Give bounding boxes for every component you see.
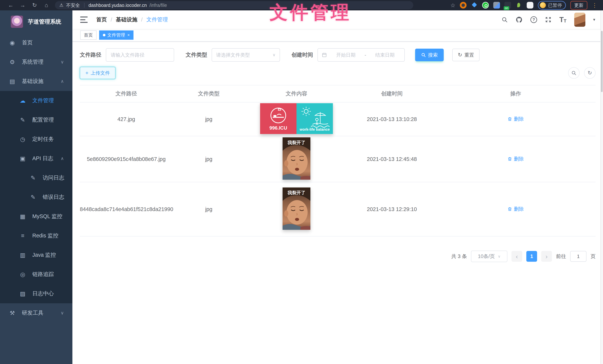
col-actions: 操作 (436, 85, 596, 102)
app-logo-row[interactable]: 芋道管理系统 (0, 10, 72, 33)
delete-button[interactable]: 删除 (507, 206, 524, 212)
cell-file-content: 996.ICU work-life balance (245, 102, 348, 136)
browser-forward-icon[interactable]: → (17, 0, 29, 10)
breadcrumb-home[interactable]: 首页 (96, 16, 107, 23)
refresh-table-button[interactable]: ↻ (584, 67, 596, 79)
sidebar-item-config-mgmt[interactable]: ✎ 配置管理 (0, 110, 72, 130)
sidebar-item-log-center[interactable]: ▨ 日志中心 (0, 284, 72, 303)
browser-home-icon[interactable]: ⌂ (40, 0, 52, 10)
tools-icon: ⚒ (8, 310, 16, 317)
sidebar-item-label: 日志中心 (32, 290, 54, 297)
file-path-label: 文件路径 (80, 51, 101, 59)
breadcrumb-infrastructure[interactable]: 基础设施 (116, 16, 137, 23)
sidebar-item-home[interactable]: ◉ 首页 (0, 33, 72, 52)
sidebar: 芋道管理系统 ◉ 首页 ⚙ 系统管理 ∨ ▤ 基础设施 ∧ ☁ 文件管理 ✎ 配… (0, 10, 72, 364)
extension-icon-puzzle[interactable] (527, 2, 533, 9)
sidebar-item-infrastructure[interactable]: ▤ 基础设施 ∧ (0, 72, 72, 91)
date-range-picker[interactable]: 开始日期 - 结束日期 (317, 48, 405, 62)
extension-icon-orange[interactable] (460, 2, 466, 9)
sidebar-item-scheduled-jobs[interactable]: ◷ 定时任务 (0, 130, 72, 149)
svg-text:work-life balance: work-life balance (300, 127, 330, 131)
sidebar-item-system-mgmt[interactable]: ⚙ 系统管理 ∨ (0, 52, 72, 72)
browser-update-button[interactable]: 更新 (570, 1, 587, 10)
sidebar-item-error-log[interactable]: ✎ 错误日志 (0, 187, 72, 207)
cell-actions: 删除 (436, 136, 596, 182)
search-icon[interactable] (501, 17, 508, 23)
file-thumbnail-996icu[interactable]: 996.ICU work-life balance (260, 103, 333, 134)
close-icon[interactable]: × (127, 33, 130, 37)
date-separator: - (365, 52, 366, 58)
sidebar-item-dev-tools[interactable]: ⚒ 研发工具 ∨ (0, 303, 72, 323)
end-date-placeholder: 结束日期 (369, 52, 401, 58)
trash-icon (507, 207, 512, 211)
monitor-icon: ▥ (19, 252, 27, 259)
file-type-select[interactable]: 请选择文件类型 ∨ (212, 48, 280, 62)
sidebar-item-access-log[interactable]: ✎ 访问日志 (0, 168, 72, 187)
file-path-input[interactable] (106, 48, 174, 62)
sidebar-item-redis-monitor[interactable]: ≡ Redis 监控 (0, 226, 72, 245)
upload-file-button[interactable]: + 上传文件 (80, 67, 116, 79)
browser-menu-icon[interactable]: ⋮ (592, 2, 598, 9)
cell-file-type: jpg (173, 102, 245, 136)
sidebar-item-mysql-monitor[interactable]: ▦ MySQL 监控 (0, 207, 72, 226)
svg-text:996.ICU: 996.ICU (269, 125, 287, 131)
sidebar-item-label: 定时任务 (32, 136, 54, 143)
user-avatar[interactable] (574, 13, 585, 27)
browser-reload-icon[interactable]: ↻ (29, 0, 40, 10)
help-icon[interactable]: ? (530, 16, 537, 23)
font-size-icon[interactable]: TT (559, 16, 567, 23)
page-content: 文件路径 文件类型 请选择文件类型 ∨ 创建时间 开始日期 - 结束日期 搜索 (72, 42, 603, 262)
extension-icon-grid[interactable] (493, 2, 500, 9)
browser-actions: ☆ on 已暂停 更新 ⋮ (450, 1, 598, 10)
extension-icon-blue-gem[interactable] (471, 2, 478, 9)
sidebar-item-tracing[interactable]: ◎ 链路追踪 (0, 265, 72, 284)
extension-on-badge: on (504, 6, 509, 10)
sidebar-item-label: 基础设施 (22, 78, 44, 85)
tag-file-mgmt[interactable]: 文件管理 × (99, 30, 133, 40)
page-number-1[interactable]: 1 (526, 251, 537, 262)
plus-icon: + (85, 70, 88, 76)
file-thumbnail-meme[interactable]: 我裂开了 (283, 187, 310, 230)
delete-button[interactable]: 删除 (507, 156, 524, 162)
caret-down-icon[interactable]: ▾ (593, 17, 595, 22)
goto-page-input[interactable] (570, 251, 586, 262)
dashboard-icon: ◉ (8, 39, 16, 46)
toggle-search-button[interactable] (568, 67, 580, 79)
github-icon[interactable] (516, 16, 523, 23)
page-size-select[interactable]: 10条/页 ∨ (471, 250, 507, 262)
address-bar[interactable]: ⚠ 不安全 dashboard.yudao.iocoder.cn/infra/f… (55, 1, 413, 9)
bookmark-star-icon[interactable]: ☆ (450, 2, 455, 9)
scrollbar-thumb[interactable] (601, 31, 603, 92)
sidebar-item-file-mgmt[interactable]: ☁ 文件管理 (0, 91, 72, 110)
prev-page-button[interactable]: ‹ (511, 251, 522, 262)
edit-icon: ✎ (29, 174, 37, 181)
fullscreen-icon[interactable] (545, 16, 552, 23)
browser-back-icon[interactable]: ← (5, 0, 17, 10)
delete-button[interactable]: 删除 (507, 116, 524, 122)
extension-icon-switch[interactable]: on (504, 2, 511, 9)
extension-icon-sprout[interactable] (516, 2, 522, 9)
next-page-button[interactable]: › (541, 251, 552, 262)
sidebar-item-api-log[interactable]: ▣ API 日志 ∧ (0, 149, 72, 168)
col-file-content: 文件内容 (245, 85, 348, 102)
sidebar-item-java-monitor[interactable]: ▥ Java 监控 (0, 245, 72, 265)
cell-file-type: jpg (173, 182, 245, 236)
active-dot (103, 34, 105, 36)
table-row: 5e8609290e915c4fa8b08e67.jpg jpg (80, 136, 596, 182)
sidebar-item-label: API 日志 (32, 155, 53, 162)
log-icon: ▨ (19, 290, 27, 297)
hamburger-icon[interactable] (80, 17, 88, 23)
create-time-label: 创建时间 (291, 51, 313, 59)
edit-icon: ✎ (29, 194, 37, 201)
search-button[interactable]: 搜索 (415, 49, 444, 61)
reset-button[interactable]: ↻ 重置 (452, 49, 480, 61)
scrollbar[interactable] (600, 10, 603, 364)
tag-home[interactable]: 首页 (80, 30, 96, 40)
warning-icon: ⚠ (59, 3, 63, 8)
files-table: 文件路径 文件类型 文件内容 创建时间 操作 427.jpg jpg (80, 85, 596, 237)
profile-paused-pill[interactable]: 已暂停 (538, 1, 566, 10)
file-thumbnail-meme[interactable]: 我裂开了 (283, 137, 310, 180)
table-row: 8448cada8c714e4ab61f521c8da21990 jpg (80, 182, 596, 236)
svg-text:我裂开了: 我裂开了 (287, 190, 305, 195)
extension-icon-green-check[interactable] (482, 2, 489, 9)
